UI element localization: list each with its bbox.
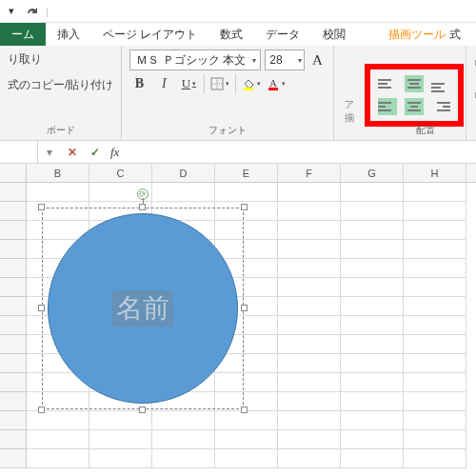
cell[interactable] xyxy=(152,449,215,468)
shape-selection[interactable]: ⟳ 名前 xyxy=(42,208,244,409)
cell[interactable] xyxy=(278,449,341,468)
redo-icon[interactable] xyxy=(25,4,40,19)
cell[interactable] xyxy=(404,335,466,354)
column-header[interactable]: F xyxy=(278,164,341,182)
cancel-formula-button[interactable]: ✕ xyxy=(61,146,84,159)
increase-font-button[interactable]: A xyxy=(308,50,326,69)
cell[interactable] xyxy=(27,430,89,449)
cell[interactable] xyxy=(341,449,404,468)
tab-data[interactable]: データ xyxy=(254,23,311,46)
cell[interactable] xyxy=(404,259,466,278)
cell[interactable] xyxy=(341,202,404,221)
select-all-corner[interactable] xyxy=(0,164,27,182)
cell[interactable] xyxy=(27,183,89,202)
cell[interactable] xyxy=(278,373,341,392)
cell[interactable] xyxy=(278,202,341,221)
bold-button[interactable]: B xyxy=(129,74,149,93)
cell[interactable] xyxy=(152,183,215,202)
cell[interactable] xyxy=(341,354,404,373)
column-header[interactable]: B xyxy=(27,164,89,182)
cell[interactable] xyxy=(278,430,341,449)
cell[interactable] xyxy=(215,430,278,449)
resize-handle[interactable] xyxy=(38,407,45,413)
cell[interactable] xyxy=(89,411,152,430)
font-color-button[interactable]: A ▾ xyxy=(267,74,286,93)
cell[interactable] xyxy=(278,183,341,202)
tab-formulas[interactable]: 数式 xyxy=(208,23,254,46)
resize-handle[interactable] xyxy=(241,305,248,311)
cell[interactable] xyxy=(341,183,404,202)
cell[interactable] xyxy=(278,240,341,259)
cell[interactable] xyxy=(404,240,466,259)
row-header[interactable] xyxy=(0,278,27,297)
cell[interactable] xyxy=(278,354,341,373)
cell[interactable] xyxy=(89,430,152,449)
cell[interactable] xyxy=(215,183,278,202)
cell[interactable] xyxy=(27,411,89,430)
underline-button[interactable]: U▾ xyxy=(179,74,198,93)
cell[interactable] xyxy=(404,278,466,297)
row-header[interactable] xyxy=(0,430,27,449)
border-button[interactable]: ▾ xyxy=(210,74,229,93)
row-header[interactable] xyxy=(0,373,27,392)
column-header[interactable]: D xyxy=(152,164,215,182)
cut-button[interactable]: り取り xyxy=(8,50,113,69)
cell[interactable] xyxy=(278,259,341,278)
row-header[interactable] xyxy=(0,183,27,202)
row-header[interactable] xyxy=(0,221,27,240)
column-header[interactable]: C xyxy=(89,164,152,182)
cell[interactable] xyxy=(278,221,341,240)
cell[interactable] xyxy=(341,278,404,297)
cell[interactable] xyxy=(404,392,466,411)
cell[interactable] xyxy=(341,221,404,240)
cell[interactable] xyxy=(404,316,466,335)
oval-shape[interactable]: 名前 xyxy=(48,213,238,404)
cell[interactable] xyxy=(404,202,466,221)
row-header[interactable] xyxy=(0,335,27,354)
column-header[interactable]: E xyxy=(215,164,278,182)
row-header[interactable] xyxy=(0,240,27,259)
row-header[interactable] xyxy=(0,297,27,316)
cell[interactable] xyxy=(278,316,341,335)
resize-handle[interactable] xyxy=(241,407,248,413)
cell[interactable] xyxy=(341,297,404,316)
cell[interactable] xyxy=(152,411,215,430)
format-painter-button[interactable]: 式のコピー/貼り付け xyxy=(8,75,113,95)
cell[interactable] xyxy=(404,430,466,449)
cell[interactable] xyxy=(404,297,466,316)
cell[interactable] xyxy=(341,259,404,278)
align-bottom-button[interactable] xyxy=(431,75,450,92)
cell[interactable] xyxy=(404,221,466,240)
column-header[interactable]: G xyxy=(341,164,404,182)
cell[interactable] xyxy=(341,335,404,354)
cell[interactable] xyxy=(404,373,466,392)
cell[interactable] xyxy=(215,411,278,430)
cell[interactable] xyxy=(278,392,341,411)
cell[interactable] xyxy=(27,449,89,468)
name-box-dropdown[interactable]: ▾ xyxy=(38,146,61,159)
worksheet-grid[interactable]: B C D E F G H ⟳ 名前 xyxy=(0,164,476,468)
tab-review[interactable]: 校閲 xyxy=(311,23,357,46)
resize-handle[interactable] xyxy=(139,204,146,210)
name-box[interactable] xyxy=(0,141,38,163)
cell[interactable] xyxy=(404,183,466,202)
row-header[interactable] xyxy=(0,411,27,430)
resize-handle[interactable] xyxy=(139,407,146,413)
row-header[interactable] xyxy=(0,392,27,411)
cell[interactable] xyxy=(341,316,404,335)
align-center-button[interactable] xyxy=(405,98,424,115)
align-middle-button[interactable] xyxy=(405,75,424,92)
cell[interactable] xyxy=(341,240,404,259)
row-header[interactable] xyxy=(0,316,27,335)
column-header[interactable]: H xyxy=(404,164,466,182)
fill-color-button[interactable]: ▾ xyxy=(242,74,261,93)
fx-label[interactable]: fx xyxy=(107,145,119,160)
cell[interactable] xyxy=(341,392,404,411)
align-top-button[interactable] xyxy=(378,75,397,92)
align-left-button[interactable] xyxy=(378,98,397,115)
cell[interactable] xyxy=(278,278,341,297)
cell[interactable] xyxy=(404,411,466,430)
font-name-select[interactable]: ＭＳ Ｐゴシック 本文 ▾ xyxy=(129,50,261,70)
cell[interactable] xyxy=(215,449,278,468)
row-header[interactable] xyxy=(0,202,27,221)
